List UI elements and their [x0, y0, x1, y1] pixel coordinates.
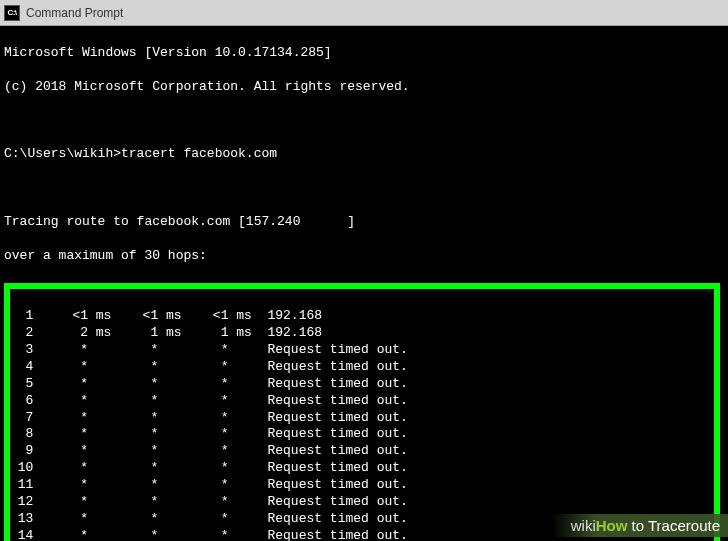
trace-hop-row: 4 * * * Request timed out.: [10, 359, 714, 376]
watermark-rest: to Traceroute: [627, 517, 720, 534]
trace-hop-row: 2 2 ms 1 ms 1 ms 192.168: [10, 325, 714, 342]
app-icon: C:\: [4, 5, 20, 21]
trace-hop-row: 12 * * * Request timed out.: [10, 494, 714, 511]
tracing-header-1: Tracing route to facebook.com [157.240 ]: [4, 214, 724, 231]
trace-hop-row: 8 * * * Request timed out.: [10, 426, 714, 443]
watermark-how: How: [596, 517, 628, 534]
blank-line: [4, 112, 724, 129]
tracing-header-2: over a maximum of 30 hops:: [4, 248, 724, 265]
trace-hop-row: 5 * * * Request timed out.: [10, 376, 714, 393]
trace-hop-row: 9 * * * Request timed out.: [10, 443, 714, 460]
trace-hop-row: 6 * * * Request timed out.: [10, 393, 714, 410]
terminal-output[interactable]: Microsoft Windows [Version 10.0.17134.28…: [0, 26, 728, 541]
trace-hop-row: 11 * * * Request timed out.: [10, 477, 714, 494]
window-titlebar[interactable]: C:\ Command Prompt: [0, 0, 728, 26]
watermark: wikiHow to Traceroute: [551, 514, 728, 537]
trace-hop-row: 1 <1 ms <1 ms <1 ms 192.168: [10, 308, 714, 325]
blank-line: [4, 180, 724, 197]
hops-list: 1 <1 ms <1 ms <1 ms 192.168 2 2 ms 1 ms …: [10, 308, 714, 541]
trace-hop-row: 3 * * * Request timed out.: [10, 342, 714, 359]
trace-hop-row: 10 * * * Request timed out.: [10, 460, 714, 477]
command-line: C:\Users\wikih>tracert facebook.com: [4, 146, 724, 163]
os-header-line2: (c) 2018 Microsoft Corporation. All righ…: [4, 79, 724, 96]
watermark-wiki: wiki: [571, 517, 596, 534]
window-title: Command Prompt: [26, 6, 724, 20]
traceroute-results-highlight: 1 <1 ms <1 ms <1 ms 192.168 2 2 ms 1 ms …: [4, 283, 720, 541]
trace-hop-row: 7 * * * Request timed out.: [10, 410, 714, 427]
os-header-line1: Microsoft Windows [Version 10.0.17134.28…: [4, 45, 724, 62]
